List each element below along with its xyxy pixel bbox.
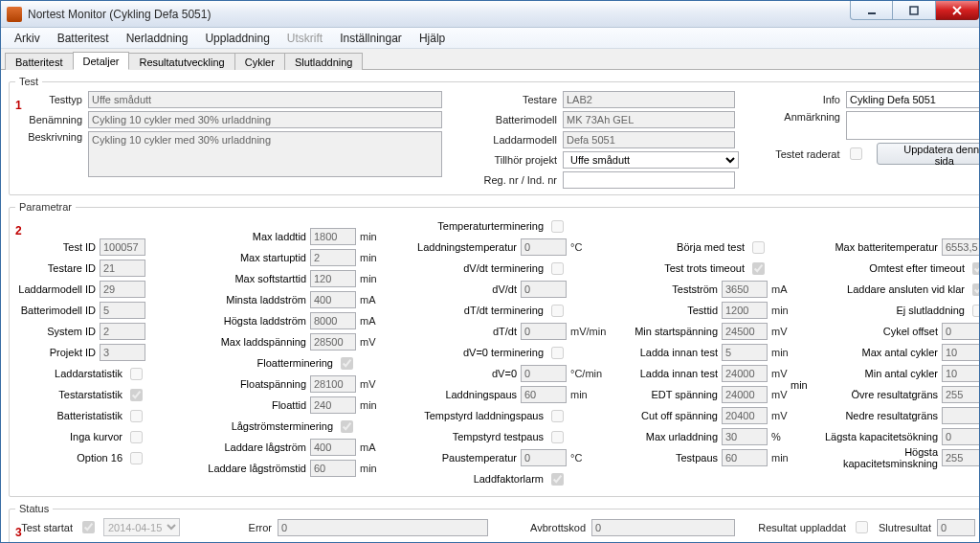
regnr-field[interactable] <box>563 171 735 189</box>
laddare-lagstromstid-field[interactable] <box>310 460 356 477</box>
tempstyrd-testpaus-checkbox[interactable] <box>551 431 564 443</box>
menu-installningar[interactable]: Inställningar <box>332 29 410 48</box>
max-startuptid-field[interactable] <box>310 249 356 266</box>
max-softstarttid-field[interactable] <box>310 270 356 287</box>
laddarmodell-field[interactable] <box>563 131 735 148</box>
minimize-button[interactable] <box>850 1 893 20</box>
max-laddspanning-field[interactable] <box>310 333 356 351</box>
floattid-field[interactable] <box>310 396 356 414</box>
avbrottskod-field[interactable] <box>591 519 735 536</box>
laddarmodell-id-field[interactable] <box>100 281 145 298</box>
max-urladdning-field[interactable] <box>722 428 768 445</box>
inga-kurvor-checkbox[interactable] <box>130 431 143 443</box>
max-antal-cykler-field[interactable] <box>942 344 979 361</box>
menu-batteritest[interactable]: Batteritest <box>50 29 117 48</box>
lagstromsterminering-checkbox[interactable] <box>341 420 353 433</box>
menu-nerladdning[interactable]: Nerladdning <box>119 29 196 48</box>
testtid-field[interactable] <box>722 302 768 319</box>
menu-arkiv[interactable]: Arkiv <box>7 29 48 48</box>
main-window: Nortest Monitor (Cykling Defa 5051) Arki… <box>0 0 980 543</box>
projekt-id-field[interactable] <box>100 344 145 361</box>
borja-med-test-checkbox[interactable] <box>752 241 765 254</box>
batteristatistik-checkbox[interactable] <box>130 410 143 422</box>
slutresultat-field[interactable] <box>937 519 975 536</box>
tab-cykler[interactable]: Cykler <box>234 53 285 70</box>
menu-uppladdning[interactable]: Uppladdning <box>197 29 277 48</box>
menu-utskrift[interactable]: Utskrift <box>279 29 330 48</box>
test-legend: Test <box>15 76 42 87</box>
benamning-field[interactable] <box>88 111 442 128</box>
tempstyrd-laddningspaus-checkbox[interactable] <box>551 410 564 422</box>
error-field[interactable] <box>278 519 488 536</box>
test-id-field[interactable] <box>100 238 145 256</box>
max-laddtid-field[interactable] <box>310 228 356 245</box>
temperaturterminering-checkbox[interactable] <box>551 220 564 233</box>
tab-batteritest[interactable]: Batteritest <box>5 53 74 70</box>
omtest-efter-timeout-checkbox[interactable] <box>972 262 979 275</box>
resultat-uppladdat-checkbox[interactable] <box>856 521 868 533</box>
testare-field[interactable] <box>563 91 735 108</box>
laddningstemperatur-field[interactable] <box>521 238 567 256</box>
beskrivning-field[interactable]: Cykling 10 cykler med 30% urladdning <box>88 131 442 177</box>
min-group-label: min <box>791 379 808 391</box>
minsta-laddstrom-field[interactable] <box>310 291 356 308</box>
testarstatistik-checkbox[interactable] <box>130 389 143 401</box>
option16-checkbox[interactable] <box>130 452 143 464</box>
dtdt-field[interactable] <box>521 323 567 340</box>
ovre-resultatgrans-field[interactable] <box>942 386 979 403</box>
regnr-label: Reg. nr / Ind. nr <box>471 174 557 186</box>
paustemperatur-field[interactable] <box>521 449 567 466</box>
test-trots-timeout-checkbox[interactable] <box>752 262 765 275</box>
floatspanning-field[interactable] <box>310 375 356 393</box>
close-button[interactable] <box>936 1 979 20</box>
test-startat-date[interactable]: 2014-04-15 <box>103 518 180 536</box>
nedre-resultatgrans-field[interactable] <box>942 407 979 424</box>
anmarkning-field[interactable] <box>846 111 979 140</box>
laddningspaus-field[interactable] <box>521 386 567 403</box>
parametrar-fieldset: Parametrar 2 Test ID Testare ID Laddarmo… <box>9 201 979 497</box>
system-id-field[interactable] <box>100 323 145 340</box>
edt-spanning-field[interactable] <box>722 386 768 403</box>
hogsta-laddstrom-field[interactable] <box>310 312 356 329</box>
min-antal-cykler-field[interactable] <box>942 365 979 382</box>
test-startat-checkbox[interactable] <box>82 521 95 533</box>
cykel-offset-field[interactable] <box>942 323 979 340</box>
testpaus-field[interactable] <box>722 449 768 466</box>
batterimodell-field[interactable] <box>563 111 735 128</box>
dtdt-term-checkbox[interactable] <box>551 305 564 317</box>
ladda-innan-test2-field[interactable] <box>722 365 768 382</box>
uppdatera-button[interactable]: Uppdatera denna sida <box>877 143 980 165</box>
maximize-button[interactable] <box>893 1 936 20</box>
batterimodell-id-field[interactable] <box>100 302 145 319</box>
laddare-lagstrom-field[interactable] <box>310 439 356 456</box>
dv0-term-checkbox[interactable] <box>551 347 564 359</box>
status-legend: Status <box>15 503 53 514</box>
laddarmodell-label: Laddarmodell <box>471 134 557 146</box>
lagsta-kap-field[interactable] <box>942 428 979 445</box>
titlebar: Nortest Monitor (Cykling Defa 5051) <box>1 1 979 28</box>
dvdt-field[interactable] <box>521 281 567 298</box>
laddarstatistik-checkbox[interactable] <box>130 368 143 380</box>
tabstrip: Batteritest Detaljer Resultatutveckling … <box>1 49 979 70</box>
laddfaktorlarm-checkbox[interactable] <box>551 473 564 486</box>
testtyp-field[interactable] <box>88 91 442 108</box>
tillhor-select[interactable]: Uffe smådutt <box>563 151 739 169</box>
testet-raderat-checkbox[interactable] <box>850 147 862 160</box>
testare-id-field[interactable] <box>100 260 145 277</box>
floatterminering-checkbox[interactable] <box>341 357 353 370</box>
ladda-innan-test-field[interactable] <box>722 344 768 361</box>
tab-detaljer[interactable]: Detaljer <box>73 52 130 70</box>
info-field[interactable] <box>846 91 979 108</box>
max-batteritemp-field[interactable] <box>942 238 979 256</box>
teststrom-field[interactable] <box>722 281 768 298</box>
hogsta-kap-field[interactable] <box>942 449 979 466</box>
tab-resultatutveckling[interactable]: Resultatutveckling <box>128 53 234 70</box>
ej-slutladdning-checkbox[interactable] <box>972 305 979 317</box>
dvdt-term-checkbox[interactable] <box>551 262 564 275</box>
laddare-ansluten-checkbox[interactable] <box>972 283 979 296</box>
dv0-field[interactable] <box>521 365 567 382</box>
tab-slutladdning[interactable]: Slutladdning <box>284 53 364 70</box>
min-startspanning-field[interactable] <box>722 323 768 340</box>
cut-off-field[interactable] <box>722 407 768 424</box>
menu-hjalp[interactable]: Hjälp <box>412 29 453 48</box>
